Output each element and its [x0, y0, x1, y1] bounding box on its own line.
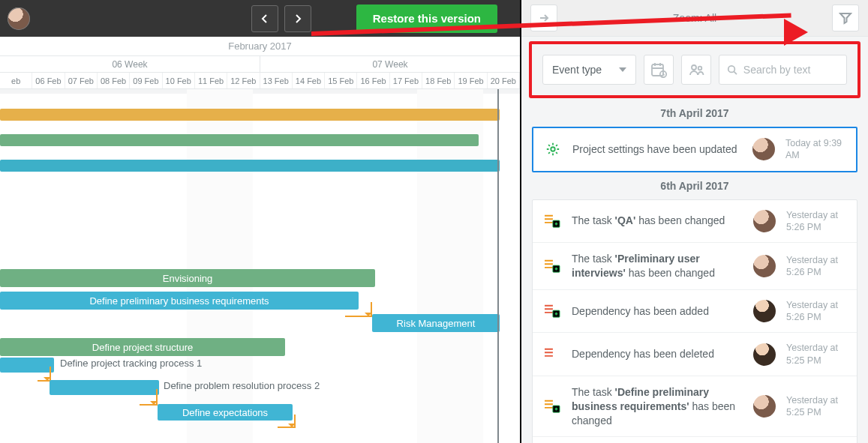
event-user-avatar[interactable]	[752, 138, 775, 160]
timeline-day: 15 Feb	[325, 73, 357, 88]
history-topbar: Zoom: All	[521, 0, 868, 37]
event-type-icon	[543, 214, 561, 229]
filter-toggle-button[interactable]	[832, 4, 859, 31]
timeline-header: February 2017 06 Week07 Week eb06 Feb07 …	[0, 37, 520, 89]
event-description: The task 'Preliminary user interviews' h…	[572, 252, 743, 280]
event-row[interactable]: The task 'Preliminary user interviews' h…	[533, 242, 857, 289]
prev-version-button[interactable]	[251, 5, 278, 32]
event-description: Dependency has been added	[572, 304, 743, 319]
events-date-header: 7th April 2017	[532, 107, 857, 119]
gantt-bar-risk[interactable]: Risk Management	[372, 314, 500, 332]
event-row[interactable]: The task 'Define preliminary business re…	[533, 376, 857, 437]
gantt-bar-define-req[interactable]: Define preliminary business requirements	[0, 292, 359, 310]
event-type-label: Event type	[552, 64, 602, 76]
timeline-day: 17 Feb	[390, 73, 422, 88]
event-card-selected[interactable]: Project settings have been updatedToday …	[532, 127, 857, 172]
search-icon	[727, 64, 737, 76]
gantt-bar-expectations[interactable]: Define expectations	[158, 404, 293, 421]
gantt-bar-structure[interactable]: Define project structure	[0, 338, 285, 356]
gantt-bar-envisioning[interactable]: Envisioning	[0, 269, 375, 287]
event-type-icon	[543, 347, 561, 362]
zoom-label: Zoom: All	[557, 12, 832, 24]
event-type-icon	[543, 304, 561, 319]
next-version-button[interactable]	[284, 5, 311, 32]
event-timestamp: Yesterday at 5:26 PM	[786, 299, 846, 324]
event-description: The task 'QA' has been changed	[572, 214, 743, 228]
timeline-day: 10 Feb	[163, 73, 195, 88]
gantt-bar[interactable]	[0, 109, 500, 121]
timeline-weeks: 06 Week07 Week	[0, 56, 520, 73]
history-pane: Zoom: All Event type	[521, 0, 868, 443]
timeline-day: eb	[0, 73, 32, 88]
event-description: The task 'Define preliminary business re…	[572, 385, 743, 428]
timeline-day: 18 Feb	[422, 73, 455, 88]
event-user-avatar[interactable]	[753, 255, 776, 277]
version-topbar: Restore this version	[0, 0, 520, 37]
event-description: Project settings have been updated	[572, 142, 742, 157]
collapse-button[interactable]	[530, 4, 557, 31]
arrow-right-icon	[538, 12, 550, 24]
timeline-day: 08 Feb	[98, 73, 130, 88]
chevron-right-icon	[293, 13, 303, 24]
event-user-avatar[interactable]	[753, 395, 776, 418]
people-filter-button[interactable]	[681, 55, 711, 85]
events-list[interactable]: 7th April 2017 Project settings have bee…	[521, 101, 868, 443]
event-timestamp: Yesterday at 5:26 PM	[786, 254, 846, 279]
event-timestamp: Yesterday at 5:26 PM	[786, 209, 846, 234]
event-type-dropdown[interactable]: Event type	[542, 55, 636, 85]
timeline-days: eb06 Feb07 Feb08 Feb09 Feb10 Feb11 Feb12…	[0, 73, 520, 89]
event-timestamp: Yesterday at 5:25 PM	[786, 342, 846, 367]
search-field[interactable]	[719, 55, 847, 85]
gantt-bar[interactable]	[0, 160, 500, 172]
event-type-icon	[544, 142, 562, 157]
calendar-clock-icon	[650, 61, 667, 78]
svg-rect-0	[652, 64, 663, 76]
timeline-week: 07 Week	[260, 56, 520, 72]
timeline-day: 14 Feb	[293, 73, 325, 88]
event-type-icon	[543, 259, 561, 274]
search-input[interactable]	[742, 63, 839, 76]
event-row[interactable]: The task 'QA' has been changedYesterday …	[533, 200, 857, 243]
svg-point-3	[698, 67, 702, 70]
caret-down-icon	[619, 67, 626, 72]
user-avatar[interactable]	[8, 7, 30, 30]
restore-version-button[interactable]: Restore this version	[356, 4, 497, 33]
chevron-left-icon	[260, 13, 270, 24]
filter-bar: Event type	[529, 41, 860, 98]
timeline-month: February 2017	[0, 37, 520, 56]
event-card: The task 'QA' has been changedYesterday …	[532, 199, 857, 444]
date-filter-button[interactable]	[644, 55, 674, 85]
event-user-avatar[interactable]	[753, 300, 776, 322]
gantt-bar[interactable]	[0, 134, 479, 146]
event-row[interactable]: Dependency has been deletedYesterday at …	[533, 332, 857, 376]
event-user-avatar[interactable]	[753, 343, 776, 366]
timeline-day: 19 Feb	[455, 73, 487, 88]
gantt-label: Define project tracking process 1	[60, 358, 202, 369]
timeline-day: 20 Feb	[488, 73, 520, 88]
gantt-chart[interactable]: Envisioning Define preliminary business …	[0, 89, 520, 443]
timeline-day: 12 Feb	[227, 73, 260, 88]
timeline-day: 16 Feb	[357, 73, 389, 88]
svg-point-2	[692, 65, 696, 70]
timeline-day: 09 Feb	[130, 73, 162, 88]
timeline-day: 11 Feb	[195, 73, 227, 88]
gantt-pane: Restore this version February 2017 06 We…	[0, 0, 521, 443]
event-row[interactable]: Dependency has been addedYesterday at 5:…	[533, 289, 857, 333]
event-row[interactable]: Project settings have been updatedToday …	[533, 128, 856, 171]
timeline-week: 06 Week	[0, 56, 260, 72]
event-timestamp: Today at 9:39 AM	[785, 137, 845, 162]
event-timestamp: Yesterday at 5:25 PM	[786, 394, 846, 419]
svg-point-4	[728, 66, 735, 73]
timeline-day: 07 Feb	[65, 73, 98, 88]
people-icon	[688, 61, 704, 78]
event-row[interactable]: Project settings have been updatedYester…	[533, 436, 857, 443]
funnel-icon	[839, 11, 852, 25]
event-type-icon	[543, 399, 561, 414]
event-user-avatar[interactable]	[753, 210, 776, 232]
gantt-label: Define problem resolution process 2	[164, 380, 320, 391]
timeline-day: 06 Feb	[32, 73, 65, 88]
event-description: Dependency has been deleted	[572, 347, 743, 361]
events-date-header: 6th April 2017	[532, 180, 857, 192]
timeline-day: 13 Feb	[260, 73, 293, 88]
